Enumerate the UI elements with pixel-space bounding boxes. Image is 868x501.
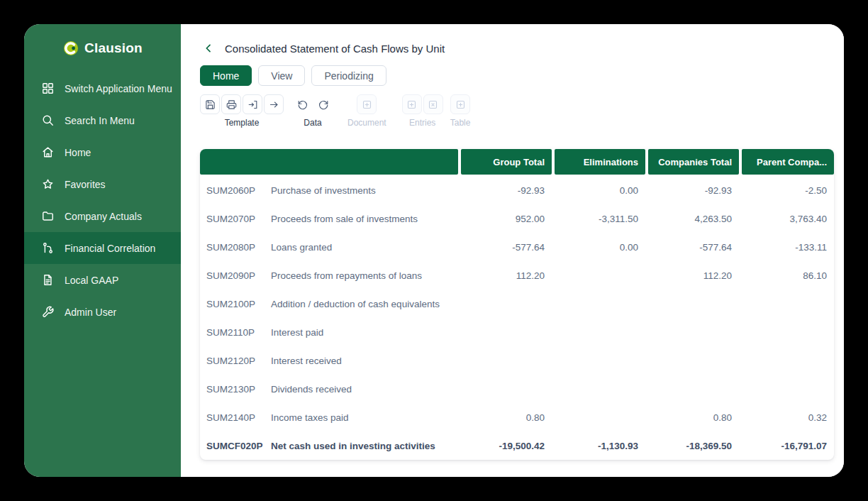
table-header-cell: Eliminations xyxy=(555,149,645,175)
star-icon xyxy=(41,177,55,191)
add-square-icon xyxy=(455,99,466,110)
sidebar: Clausion Switch Application MenuSearch I… xyxy=(24,24,181,477)
sidebar-item-local-gaap[interactable]: Local GAAP xyxy=(24,264,181,296)
row-code: SUM2120P xyxy=(200,356,271,366)
grid-icon xyxy=(41,82,55,95)
toolbar-group-label: Document xyxy=(347,118,386,128)
row-value: -577.64 xyxy=(645,242,739,253)
row-code: SUMCF020P xyxy=(200,441,271,451)
sidebar-item-label: Home xyxy=(65,147,91,158)
sidebar-item-home[interactable]: Home xyxy=(24,136,181,168)
toolbar-group-data: Data xyxy=(292,94,333,128)
row-label: Loans granted xyxy=(271,242,458,253)
row-value: -92.93 xyxy=(645,185,739,196)
row-value: 952.00 xyxy=(458,214,552,224)
row-value: 0.00 xyxy=(552,185,645,196)
table-row[interactable]: SUM2100PAddition / deduction of cash equ… xyxy=(200,290,834,318)
row-value: 112.20 xyxy=(645,270,739,281)
row-value: 0.32 xyxy=(739,412,834,423)
toolbar-group-label: Template xyxy=(225,118,260,128)
toolbar-group-table: Table xyxy=(450,94,471,128)
table-row[interactable]: SUM2140PIncome taxes paid0.800.800.32 xyxy=(200,403,834,431)
sidebar-item-search-in-menu[interactable]: Search In Menu xyxy=(24,104,181,136)
tab-bar: HomeViewPeriodizing xyxy=(200,65,834,86)
toolbar-group-label: Table xyxy=(450,118,471,128)
clausion-logo-icon xyxy=(62,40,79,57)
arrow-right-icon xyxy=(269,99,279,110)
import-icon xyxy=(247,99,258,110)
home-icon xyxy=(41,145,55,159)
tab-view[interactable]: View xyxy=(258,65,305,86)
redo-icon xyxy=(318,99,329,110)
row-value: -2.50 xyxy=(739,185,834,196)
add-square-icon xyxy=(362,99,372,110)
toolbar: TemplateDataDocumentEntriesTable xyxy=(200,94,834,128)
sidebar-item-company-actuals[interactable]: Company Actuals xyxy=(24,200,181,232)
row-code: SUM2070P xyxy=(200,214,271,224)
save-icon xyxy=(205,99,216,110)
row-value: 3,763.40 xyxy=(739,214,834,224)
row-label: Proceeds from sale of investments xyxy=(271,214,458,224)
main-content: Consolidated Statement of Cash Flows by … xyxy=(181,24,844,477)
remove-square-icon xyxy=(428,99,438,110)
row-value: -133.11 xyxy=(739,242,834,253)
redo-button[interactable] xyxy=(313,94,333,114)
table-row[interactable]: SUM2120PInterest received xyxy=(200,346,834,375)
sidebar-item-admin-user[interactable]: Admin User xyxy=(24,296,181,328)
table-row[interactable]: SUM2130PDividends received xyxy=(200,375,834,403)
table-card: Group TotalEliminationsCompanies TotalPa… xyxy=(200,149,834,460)
import-button[interactable] xyxy=(243,94,262,114)
row-code: SUM2130P xyxy=(200,384,271,395)
table-row[interactable]: SUM2070PProceeds from sale of investment… xyxy=(200,204,834,233)
table-row[interactable]: SUMCF020PNet cash used in investing acti… xyxy=(200,431,834,460)
wrench-icon xyxy=(41,305,55,319)
row-value: -577.64 xyxy=(458,242,552,253)
row-value: -19,500.42 xyxy=(458,441,552,451)
add-square-button xyxy=(450,94,470,114)
print-icon xyxy=(226,99,237,110)
row-value: 4,263.50 xyxy=(645,214,739,224)
arrow-right-button[interactable] xyxy=(264,94,284,114)
app-logo: Clausion xyxy=(24,24,181,72)
row-value: -92.93 xyxy=(458,185,552,196)
row-label: Addition / deduction of cash equivalents xyxy=(271,299,458,309)
tab-periodizing[interactable]: Periodizing xyxy=(311,65,386,86)
sidebar-item-label: Admin User xyxy=(65,307,116,318)
tab-home[interactable]: Home xyxy=(200,65,252,86)
table-row[interactable]: SUM2110PInterest paid xyxy=(200,318,834,346)
add-square-button xyxy=(402,94,422,114)
row-label: Interest paid xyxy=(271,327,458,338)
folder-icon xyxy=(41,209,55,223)
sidebar-item-favorites[interactable]: Favorites xyxy=(24,168,181,200)
table-header-cell-empty xyxy=(200,149,458,175)
table-row[interactable]: SUM2080PLoans granted-577.640.00-577.64-… xyxy=(200,233,834,261)
row-label: Proceeds from repayments of loans xyxy=(271,270,458,281)
row-code: SUM2110P xyxy=(200,327,271,338)
sidebar-item-financial-correlation[interactable]: Financial Correlation xyxy=(24,232,181,264)
sidebar-item-label: Company Actuals xyxy=(65,211,142,222)
sidebar-item-switch-application-menu[interactable]: Switch Application Menu xyxy=(24,72,181,104)
save-button[interactable] xyxy=(200,94,220,114)
sidebar-nav: Switch Application MenuSearch In MenuHom… xyxy=(24,72,181,328)
row-value: -16,791.07 xyxy=(739,441,834,451)
undo-button[interactable] xyxy=(292,94,312,114)
table-body: SUM2060PPurchase of investments-92.930.0… xyxy=(200,176,834,460)
table-row[interactable]: SUM2090PProceeds from repayments of loan… xyxy=(200,261,834,290)
row-label: Income taxes paid xyxy=(271,412,458,423)
row-code: SUM2060P xyxy=(200,185,271,196)
table-row[interactable]: SUM2060PPurchase of investments-92.930.0… xyxy=(200,176,834,204)
page-title: Consolidated Statement of Cash Flows by … xyxy=(225,43,445,55)
row-code: SUM2090P xyxy=(200,270,271,281)
row-label: Net cash used in investing activities xyxy=(271,441,458,451)
row-code: SUM2100P xyxy=(200,299,271,309)
back-button[interactable] xyxy=(203,42,216,55)
print-button[interactable] xyxy=(221,94,241,114)
row-value: -1,130.93 xyxy=(552,441,645,451)
toolbar-group-document: Document xyxy=(347,94,386,128)
table-header-cell: Group Total xyxy=(461,149,552,175)
row-value: 86.10 xyxy=(739,270,834,281)
titlebar: Consolidated Statement of Cash Flows by … xyxy=(203,41,834,55)
sidebar-item-label: Local GAAP xyxy=(65,275,118,286)
toolbar-group-entries: Entries xyxy=(402,94,443,128)
table-header-cell: Companies Total xyxy=(648,149,739,175)
